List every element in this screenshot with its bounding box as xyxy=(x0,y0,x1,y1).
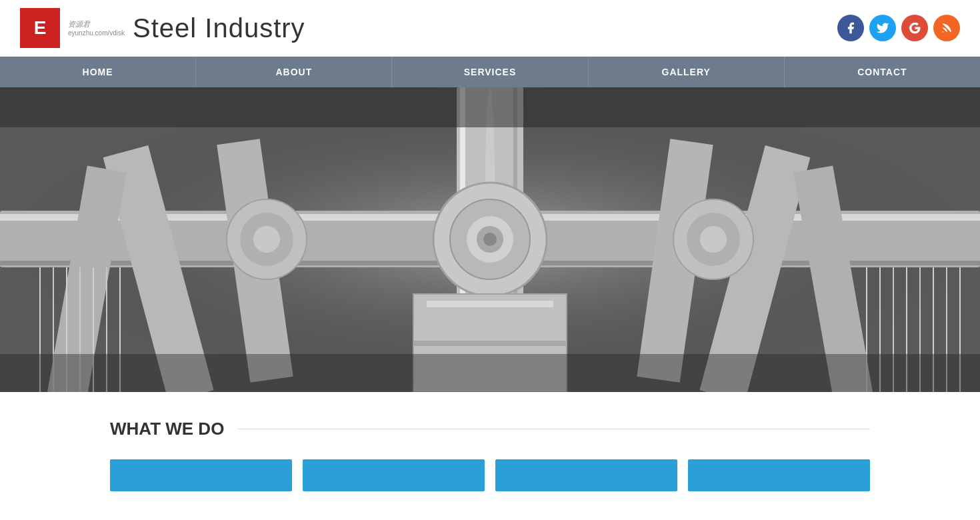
svg-point-26 xyxy=(700,226,727,253)
svg-rect-28 xyxy=(427,301,553,307)
card-1 xyxy=(110,459,292,491)
hero-background xyxy=(0,87,980,392)
svg-point-23 xyxy=(253,226,280,253)
cards-row xyxy=(110,459,870,491)
card-3 xyxy=(495,459,677,491)
section-title: WHAT WE DO xyxy=(110,419,224,439)
what-we-do-section: WHAT WE DO xyxy=(0,392,980,491)
logo-letter: E xyxy=(34,17,47,39)
google-icon[interactable] xyxy=(901,15,928,41)
logo-subtitle: eyunzhu.com/vdisk xyxy=(68,29,125,37)
logo-badge: E xyxy=(20,8,60,48)
logo-text-block: 资源君 eyunzhu.com/vdisk xyxy=(68,19,125,37)
svg-rect-46 xyxy=(0,354,980,392)
section-title-row: WHAT WE DO xyxy=(110,419,870,439)
svg-rect-45 xyxy=(0,87,980,127)
svg-point-0 xyxy=(942,31,943,33)
main-nav: HOME ABOUT SERVICES GALLERY CONTACT xyxy=(0,57,980,87)
card-4 xyxy=(688,459,870,491)
svg-point-20 xyxy=(483,233,497,246)
nav-item-gallery[interactable]: GALLERY xyxy=(589,57,785,87)
hero-image xyxy=(0,87,980,392)
nav-item-home[interactable]: HOME xyxy=(0,57,196,87)
site-header: E 资源君 eyunzhu.com/vdisk Steel Industry xyxy=(0,0,980,57)
social-icons-group xyxy=(837,15,960,41)
logo-area: E 资源君 eyunzhu.com/vdisk Steel Industry xyxy=(20,8,305,48)
facebook-icon[interactable] xyxy=(837,15,864,41)
nav-item-services[interactable]: SERVICES xyxy=(392,57,588,87)
section-divider xyxy=(237,429,870,429)
nav-item-contact[interactable]: CONTACT xyxy=(785,57,980,87)
site-title: Steel Industry xyxy=(133,13,305,43)
nav-item-about[interactable]: ABOUT xyxy=(196,57,392,87)
rss-icon[interactable] xyxy=(933,15,960,41)
logo-watermark: 资源君 xyxy=(68,19,125,29)
svg-rect-29 xyxy=(413,341,567,346)
card-2 xyxy=(303,459,485,491)
twitter-icon[interactable] xyxy=(869,15,896,41)
